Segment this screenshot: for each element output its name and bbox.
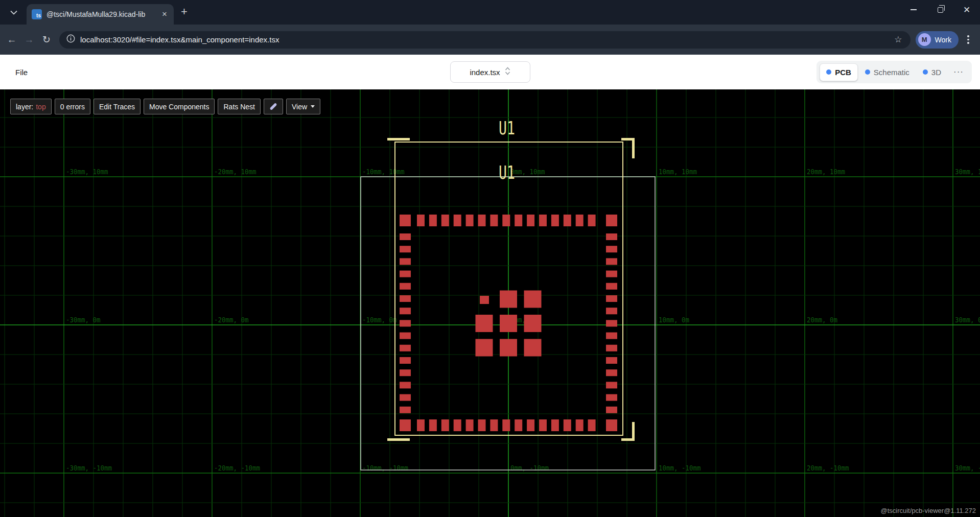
view-mode-switcher: PCB Schematic 3D ··· [816, 61, 972, 83]
svg-text:30mm, -10mm: 30mm, -10mm [955, 464, 980, 472]
grid-labels: -30mm, 10mm-20mm, 10mm-10mm, 10mm0mm, 10… [66, 168, 980, 472]
new-tab-button[interactable]: + [181, 5, 188, 18]
close-icon: ✕ [963, 6, 970, 14]
view-menu-button[interactable]: View [286, 99, 320, 114]
svg-text:20mm, 0m: 20mm, 0m [807, 316, 837, 324]
select-updown-icon [504, 66, 511, 78]
pcb-dot-icon [826, 69, 831, 75]
grid-lines [0, 89, 980, 517]
url-text: localhost:3020/#file=index.tsx&main_comp… [80, 35, 892, 44]
back-button[interactable]: ← [3, 31, 20, 49]
window-close-button[interactable]: ✕ [953, 0, 980, 19]
layer-label: layer: [16, 103, 33, 111]
tab-pcb[interactable]: PCB [820, 63, 858, 81]
move-components-button[interactable]: Move Components [144, 99, 215, 114]
viewer-version-label: @tscircuit/pcb-viewer@1.11.272 [880, 507, 976, 514]
svg-text:0mm, -10mm: 0mm, -10mm [510, 464, 549, 472]
svg-text:-20mm, -10mm: -20mm, -10mm [214, 464, 260, 472]
svg-text:10mm, 10mm: 10mm, 10mm [659, 168, 697, 176]
window-controls: ✕ [900, 0, 980, 19]
avatar: M [918, 33, 931, 46]
rats-nest-button[interactable]: Rats Nest [218, 99, 260, 114]
tab-title: @tsci/MustafaMulla29.kicad-lib [46, 10, 159, 18]
tab-pcb-label: PCB [835, 68, 851, 77]
schematic-dot-icon [865, 69, 870, 75]
tab-close-icon[interactable]: × [159, 9, 170, 19]
file-menu[interactable]: File [13, 65, 30, 80]
svg-text:-20mm, 10mm: -20mm, 10mm [214, 168, 256, 176]
forward-button[interactable]: → [20, 31, 38, 49]
svg-text:10mm, 0m: 10mm, 0m [659, 316, 689, 324]
tab-3d-label: 3D [931, 68, 941, 77]
svg-text:30mm, 0m: 30mm, 0m [955, 316, 980, 324]
kebab-icon [967, 35, 969, 37]
profile-chip[interactable]: M Work [916, 31, 959, 49]
chevron-down-icon [10, 8, 17, 17]
url-bar[interactable]: localhost:3020/#file=index.tsx&main_comp… [59, 31, 911, 49]
tab-3d[interactable]: 3D [917, 64, 947, 81]
restore-icon [938, 7, 943, 13]
layer-value: top [36, 103, 45, 111]
view-label: View [292, 103, 307, 111]
pencil-icon [270, 103, 277, 110]
svg-text:-30mm, 10mm: -30mm, 10mm [66, 168, 108, 176]
browser-navbar: ← → ↻ localhost:3020/#file=index.tsx&mai… [0, 25, 980, 55]
svg-text:-10mm, 10mm: -10mm, 10mm [362, 168, 405, 176]
reload-button[interactable]: ↻ [38, 31, 55, 49]
browser-window: ts @tsci/MustafaMulla29.kicad-lib × + ✕ … [0, 0, 980, 517]
svg-text:-30mm, -10mm: -30mm, -10mm [66, 464, 112, 472]
tab-schematic-label: Schematic [874, 68, 909, 77]
browser-tab[interactable]: ts @tsci/MustafaMulla29.kicad-lib × [27, 4, 174, 25]
pcb-toolbar: layer: top 0 errors Edit Traces Move Com… [10, 99, 320, 114]
minimize-icon [911, 9, 917, 10]
browser-menu-button[interactable] [962, 31, 975, 49]
file-select-value: index.tsx [470, 68, 500, 77]
caret-down-icon [311, 105, 315, 108]
svg-text:-30mm, 0m: -30mm, 0m [66, 316, 101, 324]
errors-button[interactable]: 0 errors [55, 99, 90, 114]
app-header: File index.tsx PCB Schematic 3D ··· [0, 55, 980, 89]
svg-text:20mm, 10mm: 20mm, 10mm [807, 168, 845, 176]
tab-strip: ts @tsci/MustafaMulla29.kicad-lib × + ✕ [0, 0, 980, 25]
svg-text:10mm, -10mm: 10mm, -10mm [659, 464, 701, 472]
layer-button[interactable]: layer: top [10, 99, 52, 114]
3d-dot-icon [923, 69, 928, 75]
pcb-canvas[interactable]: -30mm, 10mm-20mm, 10mm-10mm, 10mm0mm, 10… [0, 89, 980, 517]
svg-text:30mm, 10mm: 30mm, 10mm [955, 168, 980, 176]
refdes-labels: U1U1 [499, 118, 515, 183]
svg-text:0mm, 10mm: 0mm, 10mm [510, 168, 545, 176]
svg-text:U1: U1 [499, 162, 515, 183]
svg-text:-10mm, -10mm: -10mm, -10mm [362, 464, 408, 472]
file-select[interactable]: index.tsx [450, 61, 530, 83]
window-restore-button[interactable] [927, 0, 953, 19]
edit-traces-button[interactable]: Edit Traces [94, 99, 141, 114]
svg-text:20mm, -10mm: 20mm, -10mm [807, 464, 849, 472]
tab-search-button[interactable] [6, 5, 21, 20]
profile-name: Work [935, 36, 951, 44]
tab-schematic[interactable]: Schematic [859, 64, 916, 81]
typescript-favicon-icon: ts [32, 9, 42, 19]
svg-text:-10mm, 0m: -10mm, 0m [362, 316, 397, 324]
bookmark-star-icon[interactable]: ☆ [892, 34, 904, 45]
svg-text:-20mm, 0m: -20mm, 0m [214, 316, 249, 324]
edit-tool-button[interactable] [264, 99, 283, 114]
window-minimize-button[interactable] [900, 0, 927, 19]
pcb-drawing: -30mm, 10mm-20mm, 10mm-10mm, 10mm0mm, 10… [0, 89, 980, 517]
site-info-icon[interactable] [66, 34, 75, 45]
svg-text:U1: U1 [499, 118, 515, 138]
more-views-button[interactable]: ··· [948, 67, 969, 77]
